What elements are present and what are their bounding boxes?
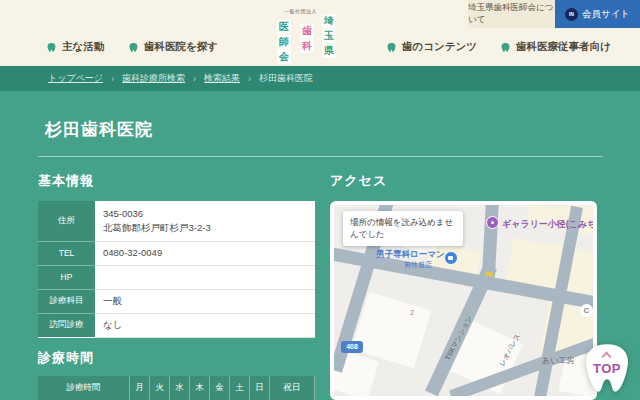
day-cell: 日	[250, 376, 270, 400]
basic-info-table: 住所 345-0036 北葛飾郡杉戸町杉戸3-2-3 TEL 0480-32-0…	[38, 201, 315, 338]
map-block-number: 2	[410, 309, 414, 316]
breadcrumb: トップページ › 歯科診療所検索 › 検索結果 › 杉田歯科医院	[0, 66, 640, 91]
row-label: HP	[38, 265, 95, 289]
site-header: 埼玉県歯科医師会について IN 会員サイト 主な活動 歯科医院を探す 歯のコンテ…	[0, 0, 640, 66]
member-site-label: 会員サイト	[582, 8, 630, 21]
title-divider	[38, 156, 603, 157]
store-icon-c[interactable]: C	[580, 304, 593, 317]
tooth-icon	[46, 42, 57, 53]
day-cell: 祝日	[270, 376, 315, 400]
row-label: 診療科目	[38, 289, 95, 313]
table-row: HP	[38, 265, 315, 289]
row-label: 住所	[38, 201, 95, 241]
map-card: 場所の情報を読み込めませんでした ギャラリー小径(こみち) 男子専科ローマン 男…	[330, 201, 597, 400]
table-row: 住所 345-0036 北葛飾郡杉戸町杉戸3-2-3	[38, 201, 315, 241]
top-button-label: TOP	[576, 361, 638, 376]
breadcrumb-link-home[interactable]: トップページ	[48, 72, 103, 85]
map[interactable]: 場所の情報を読み込めませんでした ギャラリー小径(こみち) 男子専科ローマン 男…	[334, 205, 593, 396]
day-cell: 月	[130, 376, 150, 400]
nav-item-activities[interactable]: 主な活動	[46, 40, 104, 54]
breadcrumb-separator: ›	[111, 74, 114, 84]
member-site-button[interactable]: IN 会員サイト	[555, 0, 640, 28]
map-error-toast: 場所の情報を読み込めませんでした	[343, 211, 463, 246]
day-cell: 土	[230, 376, 250, 400]
map-label-workshop: あい工房	[542, 355, 574, 366]
gallery-marker-icon[interactable]	[486, 216, 499, 229]
table-row: 診療科目 一般	[38, 289, 315, 313]
logo-col-ishikai: 医師会	[277, 20, 291, 64]
access-heading: アクセス	[330, 172, 387, 190]
basic-info-heading: 基本情報	[38, 172, 94, 190]
breadcrumb-separator: ›	[193, 74, 196, 84]
nav-item-professionals[interactable]: 歯科医療従事者向け	[500, 40, 611, 54]
page-title: 杉田歯科医院	[45, 118, 153, 141]
tooth-icon	[128, 42, 139, 53]
tooth-icon	[500, 42, 511, 53]
top-button[interactable]: TOP	[576, 340, 638, 400]
route-badge: 408	[341, 341, 363, 353]
site-logo[interactable]: 一般社団法人 埼玉県 歯科 医師会	[272, 2, 342, 66]
breadcrumb-link-clinic-search[interactable]: 歯科診療所検索	[122, 72, 185, 85]
table-row: TEL 0480-32-0049	[38, 241, 315, 265]
logo-col-saitama: 埼玉県	[322, 14, 336, 58]
row-value: 345-0036 北葛飾郡杉戸町杉戸3-2-3	[95, 201, 315, 241]
shop-marker-icon[interactable]	[444, 251, 458, 265]
about-link[interactable]: 埼玉県歯科医師会について	[468, 0, 555, 28]
day-cell: 火	[150, 376, 170, 400]
nav-label: 歯のコンテンツ	[402, 40, 477, 54]
day-cell: 金	[210, 376, 230, 400]
logo-legal-type: 一般社団法人	[284, 8, 317, 14]
breadcrumb-current: 杉田歯科医院	[259, 72, 313, 85]
nav-item-find-clinic[interactable]: 歯科医院を探す	[128, 40, 218, 54]
map-label-shop-category: 男性服店	[404, 260, 432, 270]
row-value: 一般	[95, 289, 315, 313]
row-label: 訪問診療	[38, 313, 95, 337]
map-label-gallery: ギャラリー小径(こみち)	[502, 218, 593, 231]
row-value: 0480-32-0049	[95, 241, 315, 265]
breadcrumb-separator: ›	[248, 74, 251, 84]
row-value	[95, 265, 315, 289]
nav-item-tooth-contents[interactable]: 歯のコンテンツ	[386, 40, 477, 54]
day-cell: 水	[170, 376, 190, 400]
tooth-icon	[386, 42, 397, 53]
hours-heading: 診療時間	[38, 349, 94, 367]
row-value: なし	[95, 313, 315, 337]
member-icon: IN	[565, 8, 578, 21]
row-label: TEL	[38, 241, 95, 265]
nav-label: 主な活動	[62, 40, 104, 54]
table-row: 訪問診療 なし	[38, 313, 315, 337]
day-cell: 木	[190, 376, 210, 400]
hours-table: 診療時間 月 火 水 木 金 土 日 祝日	[38, 376, 315, 400]
hours-header-cell: 診療時間	[38, 376, 130, 400]
nav-label: 歯科医院を探す	[144, 40, 218, 54]
breadcrumb-link-results[interactable]: 検索結果	[204, 72, 240, 85]
logo-col-shika: 歯科	[300, 24, 314, 53]
nav-label: 歯科医療従事者向け	[516, 40, 611, 54]
